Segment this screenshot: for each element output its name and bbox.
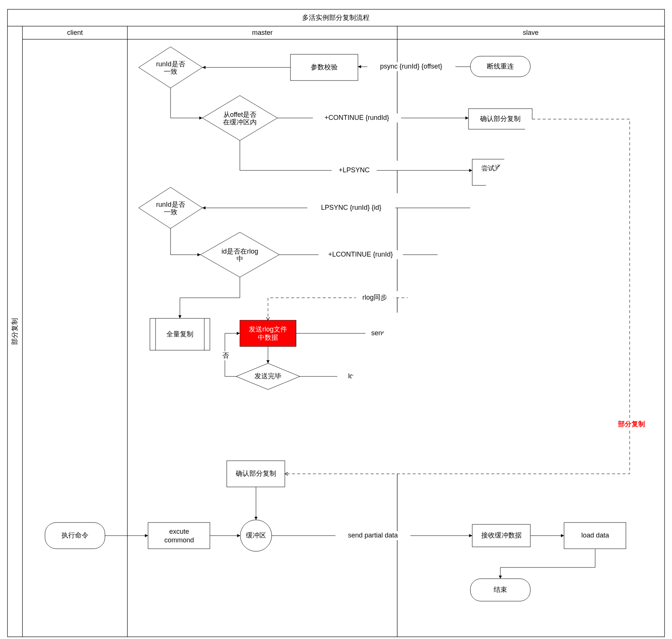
svg-text:commond: commond	[164, 536, 194, 544]
svg-text:参数校验: 参数校验	[311, 63, 338, 71]
svg-text:接收缓冲数据: 接收缓冲数据	[481, 532, 522, 539]
svg-text:确认部分复制: 确认部分复制	[235, 470, 276, 477]
svg-text:发送完毕: 发送完毕	[254, 372, 281, 380]
svg-text:runId是否: runId是否	[156, 201, 185, 208]
svg-text:LPSYNC {runId} {id}: LPSYNC {runId} {id}	[321, 204, 381, 211]
flowchart: 多活实例部分复制流程 部分复制 client master slave 断线重连…	[0, 0, 672, 639]
node-excute	[148, 523, 210, 549]
svg-text:send partial data: send partial data	[348, 532, 398, 539]
svg-text:否: 否	[222, 352, 229, 359]
svg-text:id是否在rlog: id是否在rlog	[222, 248, 258, 255]
svg-text:在缓冲区内: 在缓冲区内	[223, 118, 257, 126]
svg-text:结束: 结束	[494, 586, 507, 593]
side-lane-label: 部分复制	[11, 318, 18, 345]
svg-text:断线重连: 断线重连	[487, 63, 514, 70]
svg-text:缓冲区: 缓冲区	[246, 532, 266, 539]
svg-text:runId是否: runId是否	[156, 60, 185, 68]
lane-slave-label: slave	[523, 29, 539, 36]
svg-text:load data: load data	[581, 532, 609, 539]
svg-text:excute: excute	[169, 528, 189, 535]
svg-text:+LCONTINUE {runId}: +LCONTINUE {runId}	[328, 251, 393, 258]
svg-text:+CONTINUE {rundId}: +CONTINUE {rundId}	[325, 114, 389, 121]
svg-text:一致: 一致	[164, 208, 177, 216]
svg-text:从offet是否: 从offet是否	[223, 111, 257, 118]
svg-text:+LPSYNC: +LPSYNC	[339, 166, 370, 174]
svg-text:rlog同步: rlog同步	[362, 294, 387, 301]
svg-text:确认部分复制: 确认部分复制	[480, 115, 521, 122]
svg-text:执行命令: 执行命令	[61, 532, 88, 539]
svg-text:中数据: 中数据	[258, 334, 278, 341]
svg-text:部分复制: 部分复制	[618, 420, 645, 428]
svg-text:一致: 一致	[164, 68, 177, 75]
lane-master-label: master	[252, 29, 272, 36]
svg-text:全量复制: 全量复制	[166, 330, 193, 338]
svg-text:中: 中	[236, 255, 243, 263]
lane-client-label: client	[67, 29, 83, 36]
diagram-title: 多活实例部分复制流程	[302, 14, 370, 21]
svg-text:发送rlog文件: 发送rlog文件	[249, 325, 287, 333]
svg-text:psync {runId} {offset}: psync {runId} {offset}	[380, 63, 442, 70]
